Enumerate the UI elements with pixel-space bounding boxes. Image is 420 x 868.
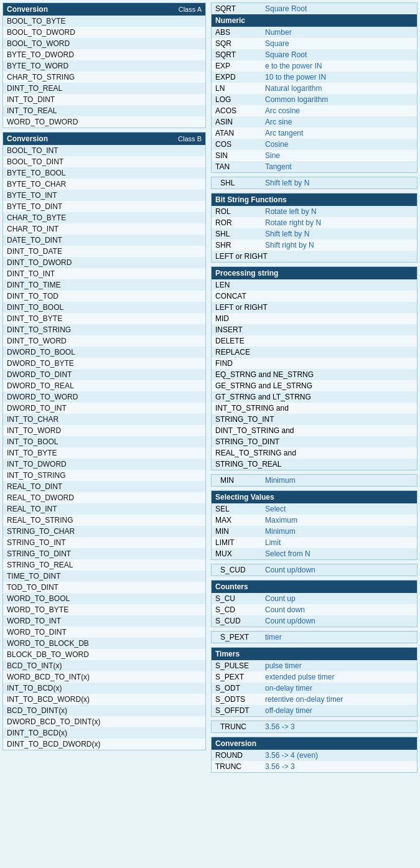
scud-preview-row: S_CUD Count up/down — [212, 564, 417, 576]
processing-string-title: Processing string — [215, 269, 278, 278]
table-row: BOOL_TO_DINT — [3, 156, 205, 167]
table-row: DINT_TO_BCD(x) — [3, 727, 205, 739]
shl-preview-row: SHL Shift left by N — [212, 177, 417, 189]
spext-desc: timer — [265, 633, 282, 642]
table-row: DWORD_TO_BYTE — [3, 358, 205, 369]
bit-string-title: Bit String Functions — [215, 195, 287, 204]
table-row: DWORD_TO_WORD — [3, 391, 205, 403]
table-row: DINT_TO_DATE — [3, 246, 205, 257]
table-row: MAXMaximum — [212, 515, 417, 526]
table-row: TANTangent — [212, 161, 417, 172]
table-row: S_CDCount down — [212, 604, 417, 615]
table-row: EXPD10 to the power IN — [212, 72, 417, 83]
scud-desc: Count up/down — [265, 566, 315, 574]
table-row: MINMinimum — [212, 526, 417, 537]
table-row: CHAR_TO_STRING — [3, 72, 205, 83]
table-row: BOOL_TO_BYTE — [3, 16, 205, 27]
numeric-header: Numeric — [212, 14, 417, 27]
table-row: INT_TO_BCD_WORD(x) — [3, 694, 205, 705]
table-row: DATE_TO_DINT — [3, 235, 205, 246]
shl-abbr: SHL — [215, 179, 265, 187]
table-row: SHLShift left by N — [212, 228, 417, 240]
table-row: INT_TO_DINT — [3, 94, 205, 105]
selecting-values-table: Selecting Values SELSelectMAXMaximumMINM… — [211, 490, 418, 560]
bit-string-header: Bit String Functions — [212, 194, 417, 206]
table-row: WORD_TO_DINT — [3, 627, 205, 638]
table-row: BCD_TO_DINT(x) — [3, 705, 205, 716]
table-row: S_ODTon-delay timer — [212, 683, 417, 694]
table-row: REPLACE — [212, 347, 417, 358]
table-row: BYTE_TO_WORD — [3, 60, 205, 72]
table-row: INT_TO_DWORD — [3, 459, 205, 470]
right-panel: SQRT Square Root Numeric ABSNumberSQRSqu… — [208, 0, 420, 779]
table-row: WORD_BCD_TO_INT(x) — [3, 671, 205, 683]
table-row: INT_TO_REAL — [3, 105, 205, 116]
table-row: S_OFFDToff-delay timer — [212, 705, 417, 716]
left-panel: Conversion Class A BOOL_TO_BYTEBOOL_TO_D… — [0, 0, 208, 779]
class-b-header: Conversion Class B — [3, 133, 205, 145]
table-row: CHAR_TO_INT — [3, 223, 205, 235]
selecting-values-header: Selecting Values — [212, 491, 417, 503]
table-row: BYTE_TO_INT — [3, 190, 205, 201]
min-preview-table: MIN Minimum — [211, 474, 418, 487]
table-row: WORD_TO_BYTE — [3, 604, 205, 615]
table-row: WORD_TO_DWORD — [3, 116, 205, 128]
spext-preview-row: S_PEXT timer — [212, 632, 417, 643]
table-row: INT_TO_WORD — [3, 425, 205, 436]
table-row: MUXSelect from N — [212, 548, 417, 559]
table-row: DINT_TO_WORD — [3, 335, 205, 347]
table-row: INT_TO_BOOL — [3, 436, 205, 447]
table-row: CHAR_TO_BYTE — [3, 212, 205, 223]
timers-rows: S_PULSEpulse timerS_PEXTextended pulse t… — [212, 660, 417, 716]
counters-header: Counters — [212, 581, 417, 593]
table-row: BYTE_TO_DINT — [3, 201, 205, 212]
conversion-bottom-title: Conversion — [215, 739, 256, 748]
class-b-rows: BOOL_TO_INTBOOL_TO_DINTBYTE_TO_BOOLBYTE_… — [3, 145, 205, 750]
class-b-table: Conversion Class B BOOL_TO_INTBOOL_TO_DI… — [2, 132, 206, 750]
class-b-label: Class B — [178, 135, 202, 142]
table-row: BCD_TO_INT(x) — [3, 660, 205, 671]
trunc-preview-table: TRUNC 3.56 -> 3 — [211, 721, 418, 733]
table-row: DINT_TO_BCD_DWORD(x) — [3, 739, 205, 750]
table-row: STRING_TO_CHAR — [3, 526, 205, 537]
table-row: SELSelect — [212, 503, 417, 515]
timers-table: Timers S_PULSEpulse timerS_PEXTextended … — [211, 647, 418, 717]
table-row: BYTE_TO_BOOL — [3, 167, 205, 179]
sqrt-preview-row: SQRT Square Root — [212, 3, 417, 14]
table-row: ROUND3.56 -> 4 (even) — [212, 750, 417, 761]
trunc-desc: 3.56 -> 3 — [265, 722, 295, 731]
table-row: BYTE_TO_CHAR — [3, 179, 205, 190]
conversion-bottom-table: Conversion ROUND3.56 -> 4 (even)TRUNC3.5… — [211, 737, 418, 773]
table-row: ACOSArc cosine — [212, 105, 417, 116]
numeric-rows: ABSNumberSQRSquareSQRTSquare RootEXPe to… — [212, 27, 417, 172]
min-preview-row: MIN Minimum — [212, 475, 417, 486]
table-row: BYTE_TO_DWORD — [3, 49, 205, 60]
table-row: STRING_TO_REAL — [212, 459, 417, 470]
counters-table: Counters S_CUCount upS_CDCount downS_CUD… — [211, 580, 418, 627]
left-or-right-abbr: LEFT or RIGHT — [215, 252, 413, 261]
bit-string-rows: ROLRotate left by NRORRotate right by NS… — [212, 206, 417, 251]
trunc-preview-row: TRUNC 3.56 -> 3 — [212, 721, 417, 732]
trunc-abbr: TRUNC — [215, 722, 265, 731]
table-row: MID — [212, 313, 417, 324]
table-row: ABSNumber — [212, 27, 417, 38]
table-row: REAL_TO_DINT — [3, 481, 205, 492]
table-row: FIND — [212, 358, 417, 369]
table-row: INT_TO_BCD(x) — [3, 683, 205, 694]
table-row: LEFT or RIGHT — [212, 302, 417, 313]
shl-preview-table: SHL Shift left by N — [211, 177, 418, 189]
timers-title: Timers — [215, 650, 240, 658]
selecting-values-title: Selecting Values — [215, 493, 274, 502]
table-row: TIME_TO_DINT — [3, 571, 205, 582]
table-row: DWORD_TO_BOOL — [3, 347, 205, 358]
conversion-rows: ROUND3.56 -> 4 (even)TRUNC3.56 -> 3 — [212, 750, 417, 772]
min-abbr: MIN — [215, 476, 265, 485]
table-row: TRUNC3.56 -> 3 — [212, 761, 417, 772]
table-row: STRING_TO_INT — [212, 414, 417, 425]
class-a-title: Conversion — [7, 5, 48, 14]
table-row: DINT_TO_BOOL — [3, 302, 205, 313]
table-row: EQ_STRNG and NE_STRNG — [212, 369, 417, 380]
table-row: DINT_TO_INT — [3, 268, 205, 279]
table-row: DINT_TO_REAL — [3, 83, 205, 94]
counters-title: Counters — [215, 582, 248, 591]
